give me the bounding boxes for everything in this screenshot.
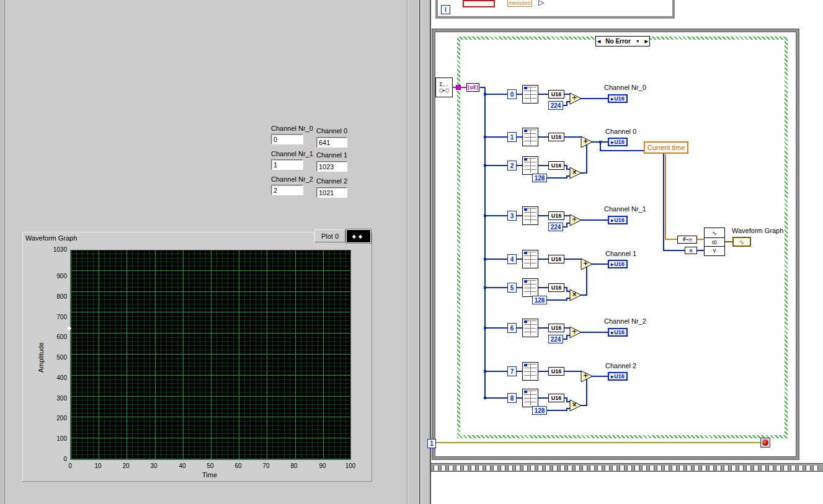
index-array-node[interactable]: [522, 389, 538, 407]
channel-nr-2-label: Channel Nr_2: [271, 175, 313, 183]
numeric-constant[interactable]: 224: [548, 335, 563, 343]
channel-nr-1-input[interactable]: [271, 159, 303, 170]
case-selector-label[interactable]: No Error: [605, 38, 631, 45]
case-prev-arrow[interactable]: ◀: [597, 39, 600, 44]
index-array-node[interactable]: [522, 156, 538, 175]
channel-0-label: Channel 0: [316, 127, 347, 135]
y-tick-label: 1030: [45, 246, 67, 253]
graph-title: Waveform Graph: [25, 234, 77, 242]
numeric-constant[interactable]: 128: [532, 174, 547, 182]
divide-node[interactable]: ÷: [569, 214, 582, 226]
iteration-terminal[interactable]: i: [441, 5, 450, 14]
u16-indicator-terminal[interactable]: ▸U16: [608, 260, 628, 268]
plot-area[interactable]: [70, 250, 351, 460]
to-timestamp-node[interactable]: #→◷: [677, 236, 697, 244]
type-cast-glyph: Σ..: [440, 82, 448, 87]
current-time-label[interactable]: Current time: [644, 141, 688, 154]
stop-led-icon: [762, 440, 768, 446]
build-array-node[interactable]: ⊞: [685, 247, 697, 254]
y-tick-label: 600: [45, 334, 67, 340]
terminal-arrow-icon: ▸: [611, 218, 613, 223]
index-constant[interactable]: 3: [507, 211, 517, 221]
index-array-node[interactable]: [522, 85, 538, 104]
u16-indicator-terminal[interactable]: ▸U16: [608, 138, 628, 146]
numeric-constant[interactable]: 224: [548, 223, 563, 231]
index-array-node[interactable]: [522, 128, 538, 146]
channel-label: Channel Nr_0: [604, 84, 646, 91]
channel-nr-1-label: Channel Nr_1: [271, 150, 313, 157]
terminal-arrow-icon: ▸: [611, 330, 613, 335]
u16-conversion-node[interactable]: U16: [548, 133, 564, 141]
divide-node[interactable]: ÷: [569, 326, 582, 338]
multiply-node[interactable]: ×: [569, 289, 582, 301]
u16-conversion-node[interactable]: U16: [548, 394, 564, 402]
add-node-glyph: +: [583, 260, 588, 267]
channel-nr-0-input[interactable]: [271, 134, 303, 144]
channel-0-value[interactable]: [316, 137, 347, 148]
add-node[interactable]: +: [581, 136, 593, 148]
index-constant[interactable]: 8: [507, 393, 517, 403]
case-selector[interactable]: ◀ No Error ▼ ▶: [595, 36, 650, 46]
u16-conversion-node[interactable]: U16: [548, 255, 564, 263]
stop-button[interactable]: [760, 438, 770, 448]
multiply-node-glyph: ×: [572, 291, 577, 298]
legend-swatch[interactable]: ◆◆: [346, 229, 371, 243]
x-tick-label: 30: [147, 462, 161, 469]
index-array-node[interactable]: [522, 362, 538, 381]
multiply-node[interactable]: ×: [569, 167, 582, 179]
numeric-constant[interactable]: 128: [532, 406, 547, 415]
multiply-node[interactable]: ×: [569, 399, 582, 412]
u16-conversion-node[interactable]: U16: [548, 324, 564, 332]
loop-count-tunnel[interactable]: 1: [427, 439, 436, 448]
index-constant[interactable]: 0: [507, 89, 517, 99]
index-array-node[interactable]: [522, 319, 538, 337]
x-tick-label: 60: [231, 462, 245, 469]
u16-indicator-terminal[interactable]: ▸U16: [608, 372, 628, 381]
channel-1-value[interactable]: [316, 161, 347, 172]
bundle-icon: ∿: [705, 228, 724, 238]
add-node[interactable]: +: [581, 370, 593, 382]
u16-conversion-node[interactable]: U16: [548, 211, 564, 220]
u16-conversion-node[interactable]: U16: [548, 161, 564, 170]
u16-indicator-terminal[interactable]: ▸U16: [608, 94, 628, 103]
subvi-icon[interactable]: [463, 0, 495, 7]
type-cast-node[interactable]: Σ.. □▸□: [435, 77, 453, 97]
index-array-node[interactable]: [522, 206, 538, 225]
index-array-node[interactable]: [522, 250, 538, 268]
divider-edge: [420, 0, 421, 504]
x-tick-label: 50: [203, 462, 217, 469]
numeric-constant[interactable]: 224: [548, 101, 563, 110]
waveform-graph-terminal[interactable]: ∿: [732, 237, 751, 247]
numeric-constant[interactable]: 128: [532, 296, 547, 304]
channel-label: Channel 2: [605, 362, 636, 369]
y-tick-label: 500: [45, 354, 67, 361]
u8-array-node[interactable]: [u8]: [466, 83, 479, 92]
case-next-arrow[interactable]: ▶: [645, 39, 648, 44]
window-divider: [407, 0, 431, 504]
waveform-graph-label: Waveform Graph: [732, 227, 783, 234]
index-constant[interactable]: 7: [507, 366, 517, 376]
legend-plot0[interactable]: Plot 0: [314, 229, 345, 242]
index-constant[interactable]: 2: [507, 161, 517, 170]
index-constant[interactable]: 1: [507, 132, 517, 142]
u16-indicator-terminal[interactable]: ▸U16: [608, 328, 628, 337]
case-dropdown-arrow[interactable]: ▼: [636, 39, 640, 43]
index-constant[interactable]: 4: [507, 254, 517, 264]
channel-label: Channel Nr_1: [604, 205, 646, 213]
u16-conversion-node[interactable]: U16: [548, 90, 564, 99]
channel-label: Channel 0: [605, 128, 636, 135]
u16-indicator-terminal[interactable]: ▸U16: [608, 216, 628, 224]
channel-2-value[interactable]: [316, 187, 347, 198]
x-tick-label: 100: [344, 462, 357, 469]
build-waveform-node[interactable]: ∿ t0 Y: [704, 228, 725, 256]
add-node[interactable]: +: [581, 258, 593, 270]
y-tick-label: 700: [45, 314, 67, 321]
index-constant[interactable]: 5: [507, 283, 517, 293]
y-axis-label: Amplitude: [37, 342, 45, 373]
channel-nr-2-input[interactable]: [271, 185, 303, 195]
u16-conversion-node[interactable]: U16: [548, 283, 564, 292]
divide-node[interactable]: ÷: [569, 92, 582, 105]
index-constant[interactable]: 6: [507, 323, 517, 333]
u16-conversion-node[interactable]: U16: [548, 367, 564, 376]
index-array-node[interactable]: [522, 278, 538, 297]
